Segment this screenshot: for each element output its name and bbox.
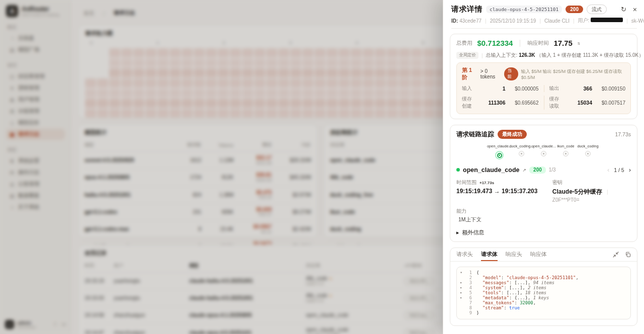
token-stat: 输入1$0.000005 [462,85,544,92]
page-indicator: 1 / 5 [614,167,624,173]
client-name: Claude CLI [544,18,570,24]
api-key-masked: sk-WvzISy4...uwgB [631,18,644,24]
fold-caret-icon[interactable]: ▸ [458,285,464,290]
code-content: "max_tokens": 32000, [472,300,536,305]
external-link-icon[interactable]: ↗ [523,168,527,173]
code-line: ▸3"messages": [...], 94 items [458,280,626,285]
line-number: 4 [464,285,472,290]
trace-node-label: ikun_code [557,144,574,148]
tier-rates: 输入 $5/M 输出 $25/M 缓存创建 $6.25/M 缓存读取 $0.5/… [521,68,625,80]
token-stat: 缓存读取15034$0.007517 [544,96,626,110]
extra-info-toggle[interactable]: ▶ 额外信息 [456,229,631,236]
line-number: 8 [464,305,472,310]
prev-page-icon[interactable]: ‹ [607,166,609,174]
fold-caret-icon[interactable]: ▸ [458,280,464,285]
next-page-icon[interactable]: › [629,166,631,174]
trace-title: 请求链路追踪 [456,130,494,139]
token-stat-price: $0.000005 [506,86,539,92]
context-total: 126.3K [519,52,535,58]
trace-node[interactable]: open_claude... [490,144,510,159]
fold-caret-icon[interactable]: ▸ [458,290,464,295]
trace-node-label: duck_coding [577,144,598,148]
tier-name: 第 1 阶 [462,66,477,81]
attempt-status-badge: 200 [529,166,546,174]
code-line: ▾1{ [458,270,626,275]
time-range-field: 时间范围 +17.73s 19:15:19.473 → 19:15:37.203 [456,179,552,203]
trace-node[interactable]: duck_coding [578,144,598,159]
token-stat-label: 输出 [549,85,561,92]
trace-node[interactable]: ikun_code [556,144,576,159]
response-time-unit: s [578,40,580,46]
trace-node-dot [585,151,591,156]
fold-caret-icon[interactable]: ▸ [458,295,464,300]
cost-label: 总费用 [456,40,472,47]
payload-viewer-card: 请求头请求体响应头响应体 ▾1{2"mode [450,247,637,326]
time-range-value: 19:15:19.473 → 19:15:37.203 [456,188,552,195]
tab-响应头[interactable]: 响应头 [506,248,522,261]
tab-请求头[interactable]: 请求头 [456,248,473,261]
token-stat-value: 111306 [474,100,506,106]
token-stat-value: 366 [561,86,592,92]
code-content: "messages": [...], 94 items [472,280,554,285]
trace-timeline: open_claude...duck_coding...open_claude.… [456,144,631,159]
trace-node-dot [519,151,524,156]
line-number: 3 [464,280,472,285]
tier-condition: > 0 tokens [480,68,502,79]
status-code-badge: 200 [566,6,583,13]
collapse-icon[interactable] [613,252,619,258]
trace-node[interactable]: duck_coding... [512,144,532,159]
token-stat-price: $0.009150 [592,86,625,92]
context-summary: 总输入上下文: 126.3K （输入 1 + 缓存创建 111.3K + 缓存读… [486,52,644,59]
line-number: 1 [464,270,472,275]
response-time-label: 响应时间 [527,40,548,47]
request-detail-drawer: 请求详情 claude-opus-4-5-20251101 200 流式 ↻ ×… [443,0,644,334]
request-time: 2025/12/10 19:15:19 [490,18,536,24]
line-number: 7 [464,300,472,305]
code-content: "stream": true [472,305,520,310]
key-field: 密钥 Claude-5分钟缓存 | Z0F***PT0= [552,179,631,203]
trace-node-label: open_claude... [487,144,512,148]
code-line: ▸4"system": [...], 2 items [458,285,626,290]
time-delta: +17.73s [479,181,494,185]
line-number: 9 [464,310,472,315]
redacted-user [591,18,623,22]
trace-result-badge: 最终成功 [498,130,527,139]
trace-duration: 17.73s [615,131,631,137]
code-line: ▸5"tools": [...], 18 items [458,290,626,295]
tab-响应体[interactable]: 响应体 [530,248,547,261]
copy-icon[interactable] [625,252,631,258]
model-chip: claude-opus-4-5-20251101 [486,6,562,13]
fold-caret-icon[interactable]: ▾ [458,270,464,275]
triangle-right-icon: ▶ [456,231,459,235]
code-content: "tools": [...], 18 items [472,290,546,295]
token-stat-label: 输入 [462,85,474,92]
request-meta-row: ID: 43cede77 | 2025/12/10 19:15:19 | Cla… [451,17,637,24]
code-line: 9} [458,310,626,315]
token-stat-price: $0.007517 [592,100,625,106]
request-id: 43cede77 [459,18,481,24]
total-cost: $0.712334 [477,39,513,47]
stream-badge: 流式 [587,5,607,14]
close-icon[interactable]: × [633,6,637,13]
tab-请求体[interactable]: 请求体 [481,248,498,261]
code-line: 2"model": "claude-opus-4-5-20251101", [458,275,626,280]
trace-node-dot [541,151,546,156]
pricing-tier-box: 第 1 阶 > 0 tokens 当前 输入 $5/M 输出 $25/M 缓存创… [456,62,631,114]
json-code-viewer[interactable]: ▾1{2"model": "claude-opus-4-5-20251101",… [456,267,631,319]
context-detail: （输入 1 + 缓存创建 111.3K + 缓存读取 15.0K） [536,52,643,58]
code-line: ▸6"metadata": {...}, 1 keys [458,295,626,300]
provider-status-dot [456,168,460,172]
trace-node[interactable]: open_claude... [534,144,554,159]
token-stat-price: $0.695662 [506,100,539,106]
trace-node-label: open_claude... [531,144,556,148]
code-line: 7"max_tokens": 32000, [458,300,626,305]
key-name: Claude-5分钟缓存 [552,188,602,195]
refresh-icon[interactable]: ↻ [621,6,626,13]
attempt-count: 1/3 [549,167,556,173]
response-time: 17.75 [553,39,573,47]
tier-current-badge: 当前 [504,67,518,80]
pricing-scope-chip: 全局定价 [456,52,478,59]
drawer-title: 请求详情 [451,5,482,14]
line-number: 5 [464,290,472,295]
request-user: 用户: [578,17,623,24]
